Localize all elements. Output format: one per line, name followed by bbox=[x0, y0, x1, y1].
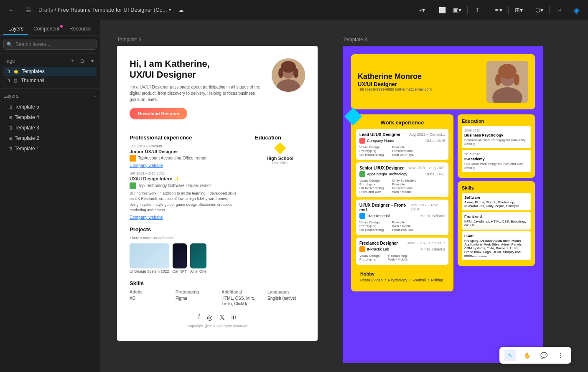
tab-component[interactable]: Component bbox=[28, 23, 64, 35]
page-item-thumbnail[interactable]: 🗋 🖼 Thumbnail bbox=[3, 76, 97, 85]
template3-wrapper: Template 3 Katherine Monroe UX/UI Design… bbox=[343, 37, 543, 363]
purple-name-section: Katherine Monroe UX/UI Designer +99 (09)… bbox=[358, 72, 481, 91]
page-templates-icon: 🗋 bbox=[6, 68, 11, 74]
work-company-4: It-Practik Lab Minsk, Belarus bbox=[359, 246, 445, 252]
boolean-button[interactable]: ⊞▾ bbox=[512, 3, 525, 17]
exp-link-1[interactable]: Company website bbox=[130, 163, 238, 168]
menu-button[interactable]: ☰ bbox=[22, 3, 35, 17]
template2-wrapper: Template 2 Hi, I am Katherine,UX/UI Desi… bbox=[117, 37, 318, 341]
page-thumbnail-icon: 🗋 bbox=[6, 78, 11, 84]
frame-button[interactable]: ⬜ bbox=[435, 3, 449, 17]
layers-options-button[interactable]: ≡ bbox=[94, 93, 97, 99]
edu-years-2: 2015-2016 bbox=[464, 152, 528, 156]
resume-name-section: Hi, I am Katherine,UX/UI Designer I'm a … bbox=[130, 58, 263, 119]
footer-copyright: Copyright @2020 All rights reserved bbox=[130, 324, 305, 328]
svg-point-4 bbox=[278, 68, 283, 78]
skill-box-software: Software Axure, Figma, Sketch, Photoshop… bbox=[462, 193, 531, 210]
component-dot bbox=[60, 25, 63, 28]
download-button[interactable]: Download Resume bbox=[130, 108, 187, 119]
projects-grid: UI Design System 2022 Car NFT All in One bbox=[130, 243, 305, 273]
add-page-button[interactable]: + bbox=[68, 57, 76, 65]
cursor-tool-button[interactable]: ↖ bbox=[504, 349, 516, 361]
layer-item-template2[interactable]: ⊞ Template 2 bbox=[2, 133, 98, 143]
work-role-4: Freelance Designer bbox=[359, 241, 398, 245]
back-button[interactable]: ← bbox=[5, 3, 18, 17]
comment-tool-button[interactable]: 💬 bbox=[538, 349, 550, 361]
breadcrumb-drafts[interactable]: Drafts bbox=[38, 7, 53, 13]
twitter-icon: 𝕏 bbox=[219, 314, 225, 321]
work-skills-1: Visual Design Prototyping UX Researching… bbox=[359, 145, 445, 157]
search-input[interactable] bbox=[3, 39, 97, 50]
breadcrumb-arrow[interactable]: ▾ bbox=[169, 8, 171, 12]
work-skill-col-4b: Researching Web / Mobile bbox=[388, 254, 408, 261]
skill-frontend-title: Front-end bbox=[464, 215, 528, 219]
breadcrumb-filename[interactable]: Free Resume Template for UI Designer (Co… bbox=[58, 7, 167, 13]
figma-icon: ◈ bbox=[573, 5, 580, 15]
layer-item-template3[interactable]: ⊞ Template 3 bbox=[2, 123, 98, 133]
edu-school-1: Belarussian State Pedagogical University… bbox=[464, 138, 528, 146]
work-role-3: UI/UX Designer – Front-end bbox=[359, 203, 411, 212]
layer-label-4: Template 4 bbox=[15, 114, 39, 120]
svg-point-5 bbox=[293, 68, 298, 78]
skill-adobe-item: XD bbox=[130, 296, 167, 301]
skill-col-additional: Additional HTML, CSS, Miro, Trello, Clic… bbox=[221, 290, 259, 307]
new-page-button[interactable]: 🗋 bbox=[78, 57, 87, 65]
template2-frame[interactable]: Hi, I am Katherine,UX/UI Designer I'm a … bbox=[117, 46, 318, 341]
hobby-card: Hobby Photo./.Video ./. Psychology ./. F… bbox=[356, 267, 448, 286]
crop-button[interactable]: ⌗ bbox=[553, 3, 566, 17]
skills-right-card: Skills Software Axure, Figma, Sketch, Ph… bbox=[458, 181, 535, 266]
proto-button[interactable]: ⬡▾ bbox=[532, 3, 546, 17]
toolbar-divider-5 bbox=[529, 6, 529, 14]
template3-frame[interactable]: Katherine Monroe UX/UI Designer +99 (09)… bbox=[343, 46, 543, 363]
page-section: Page + 🗋 ▾ 🗋 🌟 Templates 🗋 🖼 Thumbnail bbox=[0, 53, 100, 89]
resume-name: Hi, I am Katherine,UX/UI Designer bbox=[130, 58, 263, 81]
layer-item-template5[interactable]: ⊞ Template 5 bbox=[2, 102, 98, 112]
skill-box-frontend: Front-end NPM, JavaScript, HTML, CSS, Bo… bbox=[462, 212, 531, 230]
company-logo-2 bbox=[130, 182, 136, 189]
page-actions: + 🗋 ▾ bbox=[68, 57, 97, 65]
proto-icon: ⬡▾ bbox=[535, 7, 543, 13]
edu-school-2: Full Stack Web designer Front-end Dev (M… bbox=[464, 162, 528, 170]
plus-button[interactable]: +▾ bbox=[415, 3, 428, 17]
company-logo-1 bbox=[130, 155, 136, 162]
skill-col-adobe: Adobe XD bbox=[130, 290, 167, 307]
purple-main: Work experience Lead UI/UX Designer Aug … bbox=[351, 114, 535, 296]
resume-header: Hi, I am Katherine,UX/UI Designer I'm a … bbox=[130, 58, 305, 119]
canvas-scroll[interactable]: Template 2 Hi, I am Katherine,UX/UI Desi… bbox=[100, 20, 588, 372]
layer-frame-icon-1: ⊞ bbox=[8, 146, 12, 152]
diamond-icon bbox=[274, 142, 286, 154]
exp-link-2[interactable]: Company website bbox=[130, 215, 238, 220]
cloud-button[interactable]: ☁ bbox=[174, 3, 188, 17]
skill-col-lang: Languages English (native) bbox=[267, 290, 305, 307]
edu-col: Education High School Dez 2021 bbox=[255, 128, 305, 220]
work-section: Work experience Lead UI/UX Designer Aug … bbox=[351, 114, 453, 291]
hand-tool-button[interactable]: ✋ bbox=[521, 349, 533, 361]
project-label-3: All in One bbox=[190, 269, 206, 273]
expand-pages-button[interactable]: ▾ bbox=[88, 57, 97, 65]
tab-layers[interactable]: Layers bbox=[3, 23, 28, 35]
purple-title: UX/UI Designer bbox=[358, 81, 481, 87]
layer-item-template1[interactable]: ⊞ Template 1 bbox=[2, 144, 98, 154]
work-company-2: AppsIntegra Technology Dubai, UAE bbox=[359, 171, 445, 177]
skill-software-items: Axure, Figma, Sketch, Photoshop, Illustr… bbox=[464, 200, 528, 208]
text-icon: T bbox=[476, 7, 480, 13]
edu-entry-1: 2009-2015 Business Psychology Belarussia… bbox=[462, 126, 531, 148]
work-company-name-1: Company Name bbox=[367, 139, 394, 143]
template3-label: Template 3 bbox=[343, 37, 543, 43]
layer-item-template4[interactable]: ⊞ Template 4 bbox=[2, 112, 98, 122]
pen-button[interactable]: ✒▾ bbox=[491, 3, 505, 17]
tab-resource[interactable]: Resource bbox=[64, 23, 96, 35]
exp-period-1: Jan 2023 – Present bbox=[130, 144, 238, 148]
more-tools-button[interactable]: ⋮ bbox=[555, 349, 566, 361]
breadcrumb-sep: / bbox=[55, 7, 56, 13]
page-item-templates[interactable]: 🗋 🌟 Templates bbox=[3, 67, 97, 76]
toolbar-divider-6 bbox=[549, 6, 550, 14]
hobby-text: Photo./.Video ./. Psychology ./. Footbal… bbox=[360, 278, 444, 282]
toolbar-left: ← ☰ Drafts / Free Resume Template for UI… bbox=[5, 3, 412, 17]
shape-select-button[interactable]: ▣▾ bbox=[451, 3, 464, 17]
text-button[interactable]: T bbox=[471, 3, 484, 17]
shape-select-icon: ▣▾ bbox=[453, 7, 461, 13]
company-logo-w1 bbox=[359, 138, 365, 144]
skill-col-title-additional: Additional bbox=[221, 290, 259, 294]
figma-button[interactable]: ◈ bbox=[570, 3, 583, 17]
